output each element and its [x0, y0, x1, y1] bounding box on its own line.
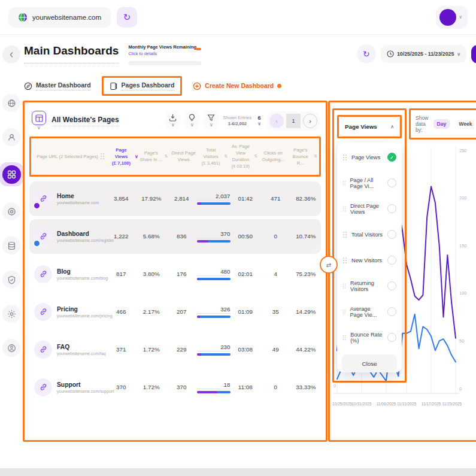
close-button[interactable]: Close	[342, 354, 397, 372]
drag-handle-icon	[342, 257, 347, 264]
gear-icon	[7, 310, 16, 319]
page-url-cell: Pricingyourwebsitename.com/pricing	[29, 303, 106, 321]
topbar: yourwebsitename.com ↻ ∨	[0, 0, 476, 35]
page-name: FAQ	[57, 344, 106, 350]
site-refresh-button[interactable]: ↻	[117, 7, 137, 28]
metric-radio[interactable]	[387, 307, 396, 316]
site-selector[interactable]: yourwebsitename.com	[8, 7, 111, 28]
granularity-day[interactable]: Day	[433, 119, 450, 129]
bulb-icon	[188, 114, 196, 122]
chevron-down-icon: ∨	[459, 14, 462, 20]
chevron-down-icon: ∨	[37, 125, 41, 131]
insights-button[interactable]: ∨	[184, 111, 199, 130]
page-name: Blog	[57, 268, 108, 275]
metric-option[interactable]: Returning Visitors	[337, 273, 402, 299]
cell-direct-views: 836	[166, 233, 197, 239]
metric-option[interactable]: Total Visitors	[337, 222, 402, 247]
widget-details-link[interactable]: Click to details	[128, 51, 201, 56]
metric-radio[interactable]	[387, 204, 396, 213]
cell-total-visitors: 370	[197, 231, 231, 242]
granularity-week[interactable]: Week	[455, 119, 475, 129]
table-row[interactable]: Dashboardyourwebsitename.com/register1,2…	[29, 219, 321, 254]
column-label-text: Av. Page View Duration	[229, 143, 252, 163]
cell-total-visitors: 2,037	[197, 193, 231, 205]
cell-bounce-rate: 75.23%	[291, 271, 322, 277]
metric-option[interactable]: Direct Page Views	[337, 196, 402, 222]
sidebar-item-overview[interactable]	[2, 94, 20, 112]
widget-collapse-icon[interactable]	[196, 48, 201, 50]
metric-option-label: New Visitors	[351, 257, 382, 263]
column-header-4[interactable]: Total Visitors(Σ 3,461)⇅	[199, 147, 229, 166]
page-header: Main Dashboards Monthly Page Views Remai…	[23, 35, 476, 65]
ai-assistant-button[interactable]: AI Assistant	[471, 45, 476, 63]
metric-option[interactable]: Bounce Rate (%)	[337, 325, 402, 350]
svg-text:10/25/2025: 10/25/2025	[332, 402, 352, 406]
metric-option[interactable]: New Visitors	[337, 247, 402, 273]
page-url-cell: Homeyourwebsitename.com	[29, 190, 106, 208]
cell-share: 5.68%	[137, 233, 167, 239]
page-size-select[interactable]: 6 ∨	[256, 115, 263, 126]
table-row[interactable]: FAQyourwebsitename.com/faq3711.72%229230…	[29, 332, 321, 367]
metric-option[interactable]: Average Page Vie...	[337, 299, 402, 325]
metric-option[interactable]: Page Views✓	[337, 144, 402, 170]
cell-direct-views: 176	[166, 271, 197, 277]
prev-page-button[interactable]: ‹	[269, 114, 284, 128]
table-row[interactable]: Homeyourwebsitename.com3,85417.92%2,8142…	[29, 181, 321, 216]
column-header-1[interactable]: Page Views(Σ 7,100)∨	[109, 147, 139, 166]
sidebar-item-security[interactable]	[2, 271, 20, 289]
sidebar-item-account[interactable]	[2, 339, 20, 357]
page-size-value: 6	[258, 115, 261, 121]
metric-radio[interactable]	[387, 281, 396, 290]
metric-option-label: Bounce Rate (%)	[350, 332, 383, 344]
metric-select[interactable]: Page Views ∧	[337, 115, 402, 138]
tab-pages-dashboard[interactable]: Pages Dashboard	[102, 76, 183, 96]
funnel-icon	[207, 114, 215, 122]
column-header-7[interactable]: Page's Bounce R...⇅	[288, 147, 318, 166]
tab-create-new-dashboard[interactable]: Create New Dashboard	[193, 82, 281, 90]
next-page-button[interactable]: ›	[303, 114, 317, 128]
column-header-6[interactable]: Clicks on Outgoing...	[258, 150, 288, 163]
sidebar-item-goals[interactable]	[2, 202, 20, 220]
refresh-data-button[interactable]: ↻	[357, 44, 376, 63]
column-header-3[interactable]: Direct Page Views	[169, 150, 199, 163]
total-visitors-value: 480	[197, 268, 231, 276]
table-row[interactable]: Pricingyourwebsitename.com/pricing4662.1…	[29, 295, 321, 329]
cell-bounce-rate: 14.29%	[291, 308, 322, 315]
column-header-2[interactable]: Page's Share In ...⇅	[139, 150, 169, 163]
table-row[interactable]: Supportyourwebsitename.com/support3701.7…	[29, 370, 321, 405]
column-header-5[interactable]: Av. Page View Duration(x̄ 03:19)⇅	[228, 143, 258, 170]
table-type-selector[interactable]: ∨	[32, 111, 46, 131]
metric-radio[interactable]	[387, 256, 396, 265]
metric-radio[interactable]: ✓	[387, 153, 396, 162]
column-sub-label: (Σ 3,461)	[199, 160, 223, 166]
metric-option[interactable]: Page / All Page Vi...	[337, 170, 402, 196]
column-header-0[interactable]: Page URL (2 Selected Pages)	[32, 153, 109, 160]
page-name: Home	[57, 193, 99, 199]
filter-button[interactable]: ∨	[204, 111, 219, 130]
metric-radio[interactable]	[387, 178, 396, 187]
table-row[interactable]: Blogyourwebsitename.com/blog8173.80%1764…	[29, 257, 321, 292]
pagination: ‹ 1 ›	[267, 111, 320, 131]
sidebar-collapse-button[interactable]	[2, 46, 20, 63]
clock-icon	[387, 50, 394, 57]
sidebar-item-audience[interactable]	[2, 128, 20, 146]
site-name: yourwebsitename.com	[32, 14, 101, 21]
sidebar-item-dashboards-active[interactable]	[0, 162, 23, 186]
sidebar-item-data[interactable]	[2, 237, 20, 254]
total-visitors-value: 230	[197, 344, 231, 351]
export-button[interactable]: ∨	[165, 111, 180, 130]
panel-collapse-button[interactable]: ⇄	[320, 256, 338, 274]
cell-bounce-rate: 10.74%	[291, 233, 322, 239]
tab-master-dashboard[interactable]: Master Dashboard	[24, 81, 91, 90]
globe-icon	[7, 99, 16, 108]
date-range-picker[interactable]: 10/25/2025 - 11/23/2025 ∨	[381, 45, 466, 63]
show-data-by-bar: Show data by: DayWeekMonthYear	[409, 108, 476, 140]
account-menu[interactable]: ∨	[436, 6, 468, 29]
sidebar-item-settings[interactable]	[2, 305, 20, 323]
metric-radio[interactable]	[387, 333, 396, 342]
link-icon-wrap	[34, 378, 52, 396]
metric-radio[interactable]	[387, 230, 396, 239]
cell-share: 17.92%	[137, 195, 167, 202]
shown-entries-label: Shown Entries	[223, 115, 251, 120]
shield-icon	[7, 275, 16, 284]
